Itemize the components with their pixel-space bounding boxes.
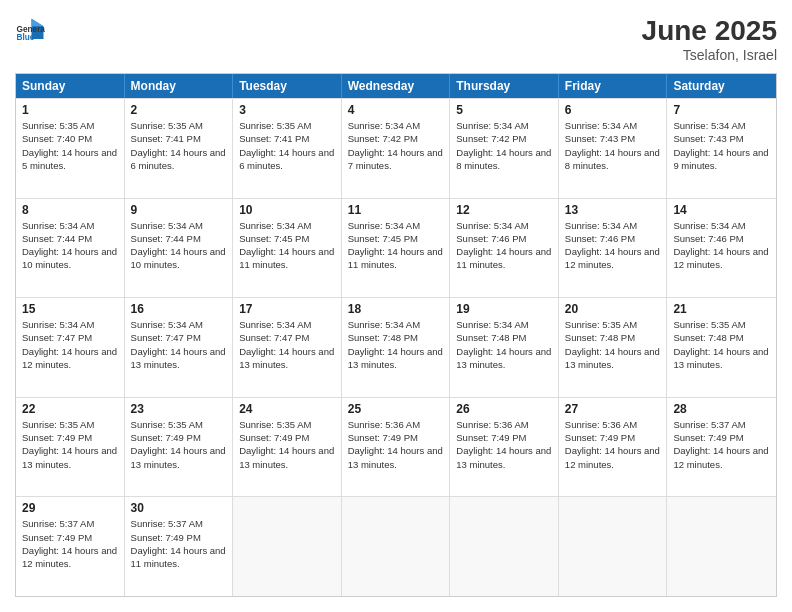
calendar-cell: 26Sunrise: 5:36 AMSunset: 7:49 PMDayligh… (450, 398, 559, 497)
day-number: 13 (565, 203, 661, 217)
calendar-cell: 5Sunrise: 5:34 AMSunset: 7:42 PMDaylight… (450, 99, 559, 198)
day-number: 12 (456, 203, 552, 217)
cell-info: Sunrise: 5:35 AMSunset: 7:49 PMDaylight:… (22, 418, 118, 471)
cell-info: Sunrise: 5:34 AMSunset: 7:44 PMDaylight:… (131, 219, 227, 272)
day-number: 28 (673, 402, 770, 416)
calendar-cell: 17Sunrise: 5:34 AMSunset: 7:47 PMDayligh… (233, 298, 342, 397)
day-number: 7 (673, 103, 770, 117)
day-number: 22 (22, 402, 118, 416)
day-number: 15 (22, 302, 118, 316)
day-number: 9 (131, 203, 227, 217)
calendar-cell (342, 497, 451, 596)
cell-info: Sunrise: 5:36 AMSunset: 7:49 PMDaylight:… (348, 418, 444, 471)
day-number: 8 (22, 203, 118, 217)
cell-info: Sunrise: 5:34 AMSunset: 7:47 PMDaylight:… (131, 318, 227, 371)
calendar-header: SundayMondayTuesdayWednesdayThursdayFrid… (16, 74, 776, 98)
cell-info: Sunrise: 5:35 AMSunset: 7:40 PMDaylight:… (22, 119, 118, 172)
header-day-sunday: Sunday (16, 74, 125, 98)
day-number: 1 (22, 103, 118, 117)
cell-info: Sunrise: 5:34 AMSunset: 7:42 PMDaylight:… (456, 119, 552, 172)
page: General Blue June 2025 Tselafon, Israel … (0, 0, 792, 612)
day-number: 2 (131, 103, 227, 117)
cell-info: Sunrise: 5:34 AMSunset: 7:46 PMDaylight:… (673, 219, 770, 272)
day-number: 16 (131, 302, 227, 316)
calendar-cell: 3Sunrise: 5:35 AMSunset: 7:41 PMDaylight… (233, 99, 342, 198)
calendar-cell: 13Sunrise: 5:34 AMSunset: 7:46 PMDayligh… (559, 199, 668, 298)
calendar-cell (667, 497, 776, 596)
day-number: 18 (348, 302, 444, 316)
calendar-cell: 27Sunrise: 5:36 AMSunset: 7:49 PMDayligh… (559, 398, 668, 497)
calendar-cell: 16Sunrise: 5:34 AMSunset: 7:47 PMDayligh… (125, 298, 234, 397)
calendar-cell: 1Sunrise: 5:35 AMSunset: 7:40 PMDaylight… (16, 99, 125, 198)
cell-info: Sunrise: 5:34 AMSunset: 7:45 PMDaylight:… (239, 219, 335, 272)
calendar-cell: 19Sunrise: 5:34 AMSunset: 7:48 PMDayligh… (450, 298, 559, 397)
cell-info: Sunrise: 5:37 AMSunset: 7:49 PMDaylight:… (673, 418, 770, 471)
cell-info: Sunrise: 5:34 AMSunset: 7:45 PMDaylight:… (348, 219, 444, 272)
calendar-cell: 18Sunrise: 5:34 AMSunset: 7:48 PMDayligh… (342, 298, 451, 397)
cell-info: Sunrise: 5:37 AMSunset: 7:49 PMDaylight:… (22, 517, 118, 570)
day-number: 6 (565, 103, 661, 117)
day-number: 24 (239, 402, 335, 416)
day-number: 27 (565, 402, 661, 416)
day-number: 17 (239, 302, 335, 316)
location-subtitle: Tselafon, Israel (642, 47, 777, 63)
day-number: 25 (348, 402, 444, 416)
day-number: 23 (131, 402, 227, 416)
calendar-cell: 25Sunrise: 5:36 AMSunset: 7:49 PMDayligh… (342, 398, 451, 497)
header-day-monday: Monday (125, 74, 234, 98)
cell-info: Sunrise: 5:34 AMSunset: 7:47 PMDaylight:… (239, 318, 335, 371)
calendar-row-2: 8Sunrise: 5:34 AMSunset: 7:44 PMDaylight… (16, 198, 776, 298)
header-day-thursday: Thursday (450, 74, 559, 98)
cell-info: Sunrise: 5:35 AMSunset: 7:41 PMDaylight:… (239, 119, 335, 172)
logo: General Blue (15, 15, 45, 45)
day-number: 30 (131, 501, 227, 515)
header-day-friday: Friday (559, 74, 668, 98)
day-number: 21 (673, 302, 770, 316)
cell-info: Sunrise: 5:34 AMSunset: 7:44 PMDaylight:… (22, 219, 118, 272)
calendar-body: 1Sunrise: 5:35 AMSunset: 7:40 PMDaylight… (16, 98, 776, 596)
cell-info: Sunrise: 5:35 AMSunset: 7:49 PMDaylight:… (239, 418, 335, 471)
calendar-cell: 2Sunrise: 5:35 AMSunset: 7:41 PMDaylight… (125, 99, 234, 198)
cell-info: Sunrise: 5:36 AMSunset: 7:49 PMDaylight:… (565, 418, 661, 471)
cell-info: Sunrise: 5:34 AMSunset: 7:46 PMDaylight:… (456, 219, 552, 272)
calendar-cell: 24Sunrise: 5:35 AMSunset: 7:49 PMDayligh… (233, 398, 342, 497)
day-number: 20 (565, 302, 661, 316)
title-section: June 2025 Tselafon, Israel (642, 15, 777, 63)
day-number: 10 (239, 203, 335, 217)
day-number: 26 (456, 402, 552, 416)
cell-info: Sunrise: 5:34 AMSunset: 7:43 PMDaylight:… (673, 119, 770, 172)
logo-icon: General Blue (15, 15, 45, 45)
calendar-cell: 23Sunrise: 5:35 AMSunset: 7:49 PMDayligh… (125, 398, 234, 497)
cell-info: Sunrise: 5:34 AMSunset: 7:48 PMDaylight:… (348, 318, 444, 371)
calendar-cell: 21Sunrise: 5:35 AMSunset: 7:48 PMDayligh… (667, 298, 776, 397)
calendar-cell: 7Sunrise: 5:34 AMSunset: 7:43 PMDaylight… (667, 99, 776, 198)
calendar-cell: 4Sunrise: 5:34 AMSunset: 7:42 PMDaylight… (342, 99, 451, 198)
day-number: 14 (673, 203, 770, 217)
calendar-cell: 10Sunrise: 5:34 AMSunset: 7:45 PMDayligh… (233, 199, 342, 298)
calendar-row-4: 22Sunrise: 5:35 AMSunset: 7:49 PMDayligh… (16, 397, 776, 497)
calendar: SundayMondayTuesdayWednesdayThursdayFrid… (15, 73, 777, 597)
cell-info: Sunrise: 5:34 AMSunset: 7:42 PMDaylight:… (348, 119, 444, 172)
cell-info: Sunrise: 5:35 AMSunset: 7:48 PMDaylight:… (673, 318, 770, 371)
cell-info: Sunrise: 5:35 AMSunset: 7:41 PMDaylight:… (131, 119, 227, 172)
calendar-cell: 28Sunrise: 5:37 AMSunset: 7:49 PMDayligh… (667, 398, 776, 497)
calendar-cell: 20Sunrise: 5:35 AMSunset: 7:48 PMDayligh… (559, 298, 668, 397)
header-day-saturday: Saturday (667, 74, 776, 98)
calendar-cell (450, 497, 559, 596)
calendar-cell: 11Sunrise: 5:34 AMSunset: 7:45 PMDayligh… (342, 199, 451, 298)
calendar-cell: 14Sunrise: 5:34 AMSunset: 7:46 PMDayligh… (667, 199, 776, 298)
cell-info: Sunrise: 5:37 AMSunset: 7:49 PMDaylight:… (131, 517, 227, 570)
calendar-cell: 15Sunrise: 5:34 AMSunset: 7:47 PMDayligh… (16, 298, 125, 397)
svg-text:Blue: Blue (17, 33, 35, 42)
header-day-tuesday: Tuesday (233, 74, 342, 98)
day-number: 29 (22, 501, 118, 515)
calendar-cell: 22Sunrise: 5:35 AMSunset: 7:49 PMDayligh… (16, 398, 125, 497)
header-day-wednesday: Wednesday (342, 74, 451, 98)
cell-info: Sunrise: 5:34 AMSunset: 7:46 PMDaylight:… (565, 219, 661, 272)
calendar-cell: 30Sunrise: 5:37 AMSunset: 7:49 PMDayligh… (125, 497, 234, 596)
calendar-cell: 8Sunrise: 5:34 AMSunset: 7:44 PMDaylight… (16, 199, 125, 298)
calendar-cell: 6Sunrise: 5:34 AMSunset: 7:43 PMDaylight… (559, 99, 668, 198)
cell-info: Sunrise: 5:34 AMSunset: 7:43 PMDaylight:… (565, 119, 661, 172)
day-number: 4 (348, 103, 444, 117)
day-number: 5 (456, 103, 552, 117)
